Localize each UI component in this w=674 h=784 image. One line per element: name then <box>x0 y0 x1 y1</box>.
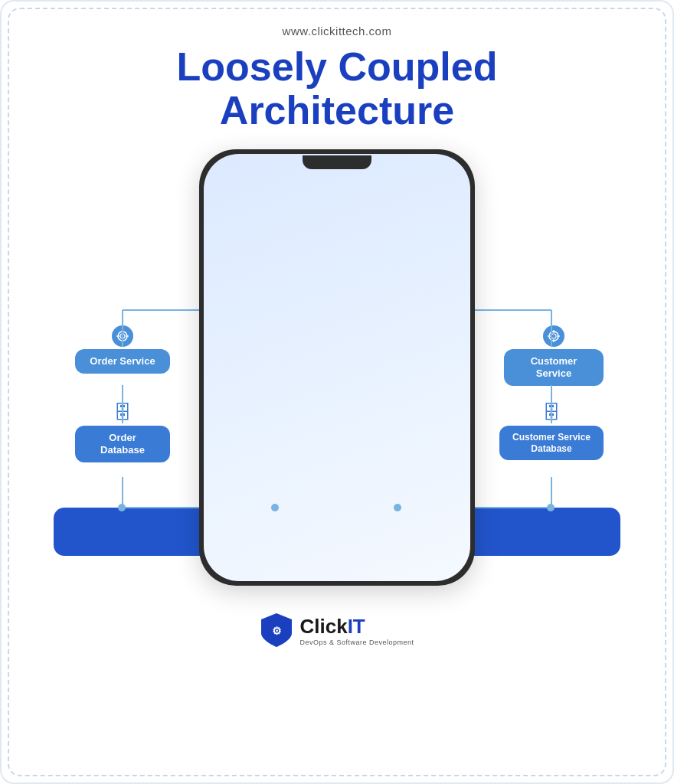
customer-service-node: Customer Service <box>504 325 604 385</box>
svg-point-43 <box>551 334 556 338</box>
svg-point-25 <box>120 334 125 338</box>
order-database-node: 🗄 Order Database <box>75 402 170 462</box>
order-database-icon: 🗄 <box>113 402 132 423</box>
order-database-box: Order Database <box>75 426 170 462</box>
logo-shield-icon: ⚙ <box>260 612 293 648</box>
customer-service-icon <box>543 325 564 347</box>
svg-text:⚙: ⚙ <box>272 625 282 637</box>
logo-area: ⚙ ClickIT DevOps & Software Development <box>260 612 414 648</box>
page-container: www.clickittech.com Loosely Coupled Arch… <box>0 0 674 784</box>
order-service-box: Order Service <box>75 349 170 374</box>
order-service-icon <box>112 325 133 347</box>
architecture-diagram: Browser / Mobile App API Gateway Order S… <box>23 149 651 593</box>
logo-text: ClickIT DevOps & Software Development <box>299 615 414 646</box>
logo-brand: ClickIT <box>299 615 414 639</box>
main-title: Loosely Coupled Architecture <box>177 45 498 132</box>
customer-database-node: 🗄 Customer Service Database <box>499 402 604 460</box>
main-content: www.clickittech.com Loosely Coupled Arch… <box>17 24 657 648</box>
customer-database-box: Customer Service Database <box>499 426 604 460</box>
logo-subtitle: DevOps & Software Development <box>299 639 414 646</box>
website-url: www.clickittech.com <box>283 24 392 38</box>
customer-service-box: Customer Service <box>504 349 604 385</box>
order-service-node: Order Service <box>75 325 170 374</box>
customer-database-icon: 🗄 <box>542 402 561 423</box>
